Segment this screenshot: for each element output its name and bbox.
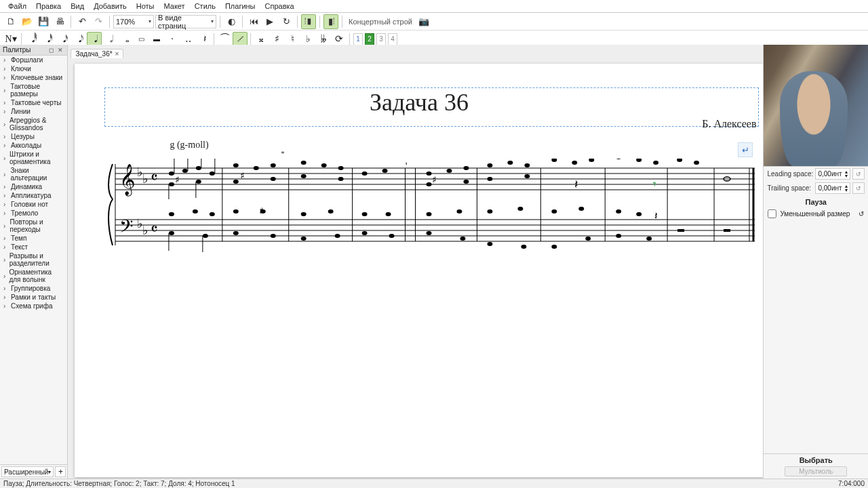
trailing-space-input[interactable]: 0,00инт▴▾	[815, 182, 850, 194]
voice-1-button[interactable]: 1	[353, 33, 363, 45]
palette-item[interactable]: Динамика	[0, 182, 67, 191]
print-button[interactable]: 🖶	[52, 14, 67, 29]
palette-close-icon[interactable]: ✕	[58, 47, 64, 54]
palette-mode-combo[interactable]: Расширенный	[1, 466, 54, 477]
metronome-button[interactable]: ⦙▮	[301, 14, 316, 29]
menu-plugins[interactable]: Плагины	[220, 1, 260, 11]
menu-view[interactable]: Вид	[66, 1, 89, 11]
svg-point-58	[169, 182, 174, 186]
tuplet-button: Мультиоль	[785, 466, 847, 476]
menu-style[interactable]: Стиль	[190, 1, 220, 11]
menu-layout[interactable]: Макет	[159, 1, 190, 11]
footnote-star[interactable]: *	[281, 150, 284, 157]
redo-button[interactable]: ↷	[91, 14, 106, 29]
document-tab[interactable]: Задача_36* ×	[71, 49, 123, 58]
break-marker-icon[interactable]: ↵	[738, 142, 753, 157]
palette-item[interactable]: Тактовые размеры	[0, 82, 67, 98]
palette-item[interactable]: Arpeggios & Glissandos	[0, 116, 67, 132]
small-size-checkbox[interactable]	[768, 209, 776, 218]
svg-point-84	[488, 209, 493, 214]
menu-edit[interactable]: Правка	[31, 1, 66, 11]
palette-item[interactable]: Знаки альтерации	[0, 166, 67, 182]
svg-point-40	[338, 166, 344, 170]
svg-rect-109	[724, 229, 731, 232]
new-file-button[interactable]: 🗋	[3, 14, 18, 29]
palette-undock-icon[interactable]: ◻	[49, 47, 55, 54]
menu-notes[interactable]: Ноты	[132, 1, 159, 11]
svg-point-104	[552, 245, 557, 249]
palette-item[interactable]: Головки нот	[0, 200, 67, 209]
key-annotation[interactable]: g (g-moll)	[170, 140, 208, 150]
svg-text:♯: ♯	[433, 174, 437, 185]
palette-item[interactable]: Тактовые черты	[0, 98, 67, 107]
svg-point-66	[488, 177, 493, 181]
palette-item[interactable]: Ключевые знаки	[0, 73, 67, 82]
screenshot-button[interactable]: 📷	[416, 14, 431, 29]
palette-item[interactable]: Орнаментика для волынк	[0, 268, 67, 284]
open-file-button[interactable]: 📂	[20, 14, 35, 29]
svg-point-92	[169, 231, 174, 235]
zoom-combo[interactable]: 170%	[113, 15, 154, 28]
palette-add-button[interactable]: +	[55, 466, 66, 477]
composer-text[interactable]: Б. Алексеев	[702, 118, 756, 130]
svg-point-101	[460, 237, 466, 241]
palette-item[interactable]: Темп	[0, 234, 67, 243]
palette-item[interactable]: Группировка	[0, 284, 67, 293]
palette-item[interactable]: Разрывы и разделители	[0, 251, 67, 268]
loop-button[interactable]: ↻	[279, 14, 294, 29]
palette-item[interactable]: Аппликатура	[0, 191, 67, 200]
palette-item[interactable]: Повторы и переходы	[0, 218, 67, 234]
palette-item[interactable]: Схема грифа	[0, 302, 67, 310]
palette-item[interactable]: Линии	[0, 107, 67, 116]
svg-text:’: ’	[406, 161, 408, 171]
concert-pitch-toggle[interactable]: Концертный строй	[346, 18, 415, 26]
menu-file[interactable]: Файл	[3, 1, 31, 11]
voice-4-button[interactable]: 4	[388, 33, 397, 45]
svg-point-85	[518, 207, 524, 211]
countin-button[interactable]: ▮⦙	[323, 14, 338, 29]
score-viewport[interactable]: Задача 36 Б. Алексеев g (g-moll) * ↵	[68, 58, 763, 479]
menu-help[interactable]: Справка	[260, 1, 299, 11]
palette-item[interactable]: Ключи	[0, 64, 67, 73]
small-size-reset[interactable]: ↺	[859, 210, 864, 218]
palette-item[interactable]: Рамки и такты	[0, 293, 67, 302]
palette-item[interactable]: Цезуры	[0, 132, 67, 141]
svg-point-81	[386, 212, 391, 216]
palette-item[interactable]: Акколады	[0, 141, 67, 150]
midi-button[interactable]: ◐	[224, 14, 239, 29]
viewmode-combo[interactable]: В виде страниц	[155, 15, 216, 28]
leading-space-input[interactable]: 0,00инт▴▾	[815, 168, 850, 180]
play-button[interactable]: ▶	[262, 14, 277, 29]
svg-point-61	[271, 177, 276, 181]
music-staff[interactable]: 𝄞 𝄢 ♭ ♭ ♭ ♭ 𝄴 𝄴	[107, 159, 757, 253]
trailing-space-row: Trailing space: 0,00инт▴▾ ↺	[764, 181, 868, 195]
leading-space-reset[interactable]: ↺	[852, 168, 865, 180]
score-page[interactable]: Задача 36 Б. Алексеев g (g-moll) * ↵	[75, 64, 763, 477]
palette-item[interactable]: Текст	[0, 243, 67, 251]
svg-point-79	[328, 209, 334, 214]
save-button[interactable]: 💾	[36, 14, 51, 29]
score-area: Задача_36* × Задача 36 Б. Алексеев g (g-…	[68, 45, 763, 479]
tab-strip: Задача_36* ×	[68, 45, 763, 58]
svg-text:♭: ♭	[142, 224, 148, 237]
palette-item[interactable]: Тремоло	[0, 209, 67, 218]
svg-point-78	[301, 212, 307, 216]
voice-3-button[interactable]: 3	[376, 33, 386, 45]
undo-button[interactable]: ↶	[75, 14, 90, 29]
svg-text:𝄞: 𝄞	[119, 164, 136, 197]
trailing-space-reset[interactable]: ↺	[852, 182, 865, 194]
voice-2-button[interactable]: 2	[365, 33, 374, 45]
palettes-list: ФоршлагиКлючиКлючевые знакиТактовые разм…	[0, 56, 67, 464]
palette-item[interactable]: Форшлаги	[0, 56, 67, 64]
svg-point-35	[233, 163, 239, 167]
svg-point-95	[271, 234, 276, 238]
select-similar-button[interactable]: Выбрать	[800, 456, 833, 464]
score-title[interactable]: Задача 36	[75, 88, 763, 117]
menu-add[interactable]: Добавить	[89, 1, 132, 11]
svg-point-80	[362, 212, 368, 216]
tab-close-icon[interactable]: ×	[115, 50, 119, 58]
small-size-label: Уменьшенный размер	[780, 210, 850, 218]
svg-point-63	[338, 177, 344, 181]
rewind-button[interactable]: ⏮	[246, 14, 261, 29]
palette-item[interactable]: Штрихи и орнаментика	[0, 150, 67, 166]
